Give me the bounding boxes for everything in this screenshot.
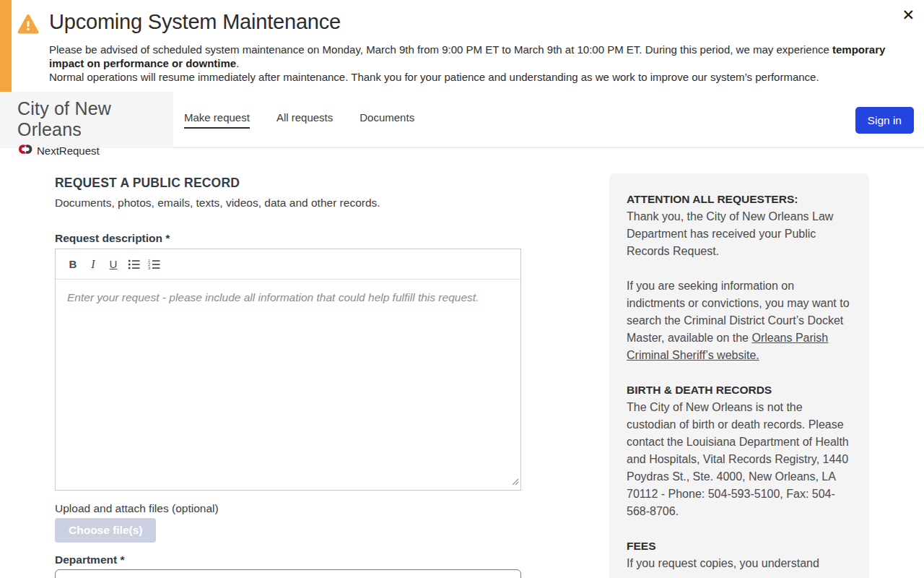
sidebar-paragraph: The City of New Orleans is not the custo… [627,399,852,520]
resize-handle-icon[interactable] [512,475,519,488]
org-name: City of New Orleans [17,98,173,140]
svg-text:3: 3 [148,266,150,270]
choose-files-button[interactable]: Choose file(s) [55,518,156,543]
editor-placeholder: Enter your request - please include all … [67,291,479,303]
banner-body: Please be advised of scheduled system ma… [49,43,902,84]
upload-files-label: Upload and attach files (optional) [55,502,219,515]
nav-all-requests[interactable]: All requests [276,111,333,129]
page-subtitle: Documents, photos, emails, texts, videos… [55,197,380,210]
sidebar-heading-fees: FEES [627,538,852,555]
department-select[interactable] [55,569,521,578]
main-nav: Make request All requests Documents [184,92,414,148]
page-title: REQUEST A PUBLIC RECORD [55,176,240,191]
bold-button[interactable]: B [63,254,83,275]
department-label: Department * [55,553,124,566]
banner-paragraph-1: Please be advised of scheduled system ma… [49,43,902,70]
editor-toolbar: B I U 1 2 3 [56,249,520,280]
site-header: City of New Orleans NextRequest Make req… [0,92,924,148]
editor-text-area[interactable]: Enter your request - please include all … [56,280,520,316]
sidebar-paragraph: If you request copies, you understand [627,555,852,572]
banner-title: Upcoming System Maintenance [49,10,341,34]
info-sidebar: ATTENTION ALL REQUESTERS: Thank you, the… [609,173,869,578]
sidebar-paragraph: Thank you, the City of New Orleans Law D… [627,208,852,260]
italic-button[interactable]: I [83,254,103,275]
request-description-editor[interactable]: B I U 1 2 3 Enter your request - please … [55,249,521,491]
nextrequest-logo-icon [17,144,32,158]
request-description-label: Request description * [55,232,170,245]
underline-button[interactable]: U [103,254,123,275]
sidebar-paragraph: If you are seeking information on indict… [627,277,852,364]
ordered-list-icon[interactable]: 1 2 3 [144,254,164,275]
close-icon[interactable]: ✕ [902,7,915,22]
sidebar-heading-birth-death: BIRTH & DEATH RECORDS [627,381,852,399]
banner-paragraph-2: Normal operations will resume immediatel… [49,70,902,84]
maintenance-banner: Upcoming System Maintenance ✕ Please be … [0,0,924,92]
nav-documents[interactable]: Documents [359,111,414,129]
warning-icon [17,14,39,35]
bullet-list-icon[interactable] [123,254,144,275]
banner-accent-stripe [0,0,12,92]
product-row: NextRequest [17,144,173,158]
nav-make-request[interactable]: Make request [184,111,250,129]
logo-block[interactable]: City of New Orleans NextRequest [0,92,173,148]
product-name: NextRequest [37,144,100,157]
sign-in-button[interactable]: Sign in [855,107,914,134]
sidebar-heading-attention: ATTENTION ALL REQUESTERS: [627,191,852,208]
